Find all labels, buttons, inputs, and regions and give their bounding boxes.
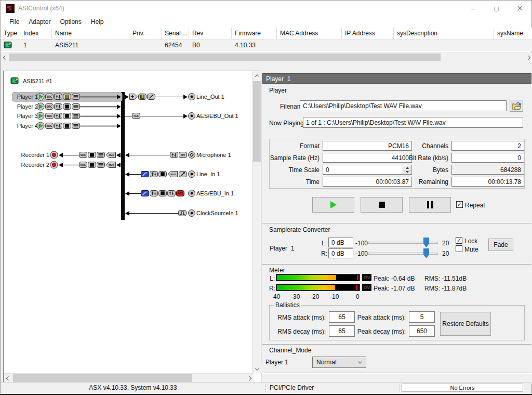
lineout-gain-icon[interactable] bbox=[148, 94, 155, 100]
tree-line-in-1[interactable]: Line_In 1 bbox=[125, 171, 220, 178]
aesin-gaincurve-icon[interactable] bbox=[141, 191, 149, 196]
svg-text:Recorder 2[interactable]: Recorder 2 bbox=[21, 162, 49, 168]
table-hscroll-right-button[interactable] bbox=[524, 53, 532, 62]
aesin-meter-icon[interactable] bbox=[159, 191, 167, 196]
menu-adapter[interactable]: Adapter bbox=[24, 17, 55, 27]
lock-checkbox[interactable]: ✓ bbox=[456, 237, 462, 244]
linein-meter-icon[interactable] bbox=[159, 172, 167, 177]
tree-player-1[interactable]: Player 1 bbox=[12, 93, 122, 101]
clocksource-node-icon[interactable] bbox=[189, 210, 195, 217]
aesout-node-icon[interactable] bbox=[189, 113, 195, 120]
spin-up-button[interactable] bbox=[403, 166, 411, 170]
maximize-button[interactable]: ▢ bbox=[485, 1, 508, 16]
col-ip[interactable]: IP Address bbox=[342, 28, 394, 39]
linein-gain-icon[interactable] bbox=[179, 172, 187, 177]
player1-meter-icon[interactable] bbox=[63, 94, 71, 100]
recorder1-channelmode-icon[interactable] bbox=[97, 152, 105, 158]
recorder1-meter-icon[interactable] bbox=[88, 152, 96, 158]
menu-help[interactable]: Help bbox=[86, 17, 109, 27]
svg-text:Player 2[interactable]: Player 2 bbox=[17, 103, 38, 110]
tree-device-label[interactable]: ASI5211 #1 bbox=[23, 78, 52, 84]
col-priv[interactable]: Priv. bbox=[129, 28, 162, 39]
stop-button[interactable] bbox=[361, 197, 403, 213]
peak-decay-input[interactable]: 650 bbox=[409, 325, 435, 337]
svg-text:Recorder 1[interactable]: Recorder 1 bbox=[21, 152, 49, 158]
svg-text:AES/EBU_In 1[interactable]: AES/EBU_In 1 bbox=[196, 190, 234, 196]
browse-file-button[interactable] bbox=[510, 100, 523, 112]
fade-button[interactable]: Fade bbox=[488, 239, 513, 251]
tree-hscroll-thumb[interactable] bbox=[13, 374, 192, 382]
svg-text:Player 3[interactable]: Player 3 bbox=[17, 113, 38, 119]
svg-text:Microphone 1[interactable]: Microphone 1 bbox=[196, 152, 231, 158]
tree-vscrollbar[interactable] bbox=[252, 71, 261, 373]
svg-text:Line_In 1[interactable]: Line_In 1 bbox=[196, 171, 220, 177]
tree-vscroll-thumb[interactable] bbox=[253, 81, 261, 162]
col-mac[interactable]: MAC Address bbox=[277, 28, 342, 39]
player3-play-icon[interactable] bbox=[37, 112, 44, 120]
recorder2-meter-icon[interactable] bbox=[88, 162, 96, 168]
peak-attack-input[interactable]: 5 bbox=[409, 311, 435, 323]
tree-hscroll-right-button[interactable] bbox=[245, 374, 254, 383]
aesin-volume2-icon[interactable] bbox=[168, 191, 176, 196]
player3-meter-icon[interactable] bbox=[63, 113, 71, 119]
time-scale-spinner[interactable] bbox=[403, 166, 411, 175]
player1-src-icon[interactable] bbox=[46, 94, 54, 100]
col-rev[interactable]: Rev bbox=[189, 28, 232, 39]
col-sysdesc[interactable]: sysDescription bbox=[394, 28, 494, 39]
volume-r-slider-thumb[interactable] bbox=[423, 248, 429, 258]
recorder2-src-icon[interactable] bbox=[79, 162, 87, 168]
linein-gaincurve-icon[interactable] bbox=[141, 172, 149, 177]
tree-aes-in-1[interactable]: AES/EBU_In 1 bbox=[125, 190, 234, 197]
player3-volume-icon[interactable] bbox=[55, 113, 62, 119]
tree-vscroll-down-button[interactable] bbox=[252, 364, 261, 373]
recorder1-src-icon[interactable] bbox=[79, 152, 87, 158]
close-button[interactable]: ✕ bbox=[508, 1, 531, 16]
recorder1-mux-icon[interactable] bbox=[106, 152, 116, 158]
svg-text:ClockSourceIn 1[interactable]: ClockSourceIn 1 bbox=[196, 210, 238, 216]
tree-hscrollbar[interactable] bbox=[4, 373, 254, 382]
col-type[interactable]: Type bbox=[1, 28, 20, 39]
volume-l-slider-thumb[interactable] bbox=[423, 238, 429, 247]
channel-mode-dropdown[interactable]: Normal bbox=[312, 357, 366, 368]
player4-meter-icon[interactable] bbox=[63, 123, 71, 129]
repeat-checkbox[interactable]: ✓ bbox=[456, 201, 463, 208]
tree-microphone-1[interactable]: Microphone 1 bbox=[125, 152, 231, 159]
col-index[interactable]: Index bbox=[20, 28, 52, 39]
pause-button[interactable] bbox=[409, 197, 451, 213]
player1-channelmode-icon[interactable] bbox=[72, 94, 80, 100]
player2-channelmode-icon[interactable] bbox=[72, 104, 80, 110]
player1-play-icon[interactable] bbox=[37, 93, 44, 100]
mic-phantom-icon[interactable] bbox=[179, 152, 187, 158]
lineout-node-icon[interactable] bbox=[189, 94, 195, 100]
tree-device-node[interactable]: ASI5211 #1 bbox=[11, 78, 52, 85]
recorder2-mux-icon[interactable] bbox=[106, 162, 116, 168]
linein-volume-icon[interactable] bbox=[150, 172, 158, 177]
tree-recorder-2[interactable]: Recorder 2 bbox=[21, 161, 121, 168]
tree-player-4[interactable]: Player 4 bbox=[17, 122, 121, 129]
col-serial[interactable]: Serial ... bbox=[162, 28, 189, 39]
spin-down-button[interactable] bbox=[403, 170, 411, 175]
tree-vscroll-up-button[interactable] bbox=[252, 71, 261, 80]
recorder1-record-icon[interactable] bbox=[50, 151, 58, 159]
table-hscrollbar[interactable] bbox=[1, 52, 532, 61]
filename-input[interactable]: C:\Users\Philip\Desktop\Test WAV File.wa… bbox=[300, 100, 507, 111]
linein-mux-icon[interactable] bbox=[168, 172, 178, 177]
player4-play-icon[interactable] bbox=[37, 122, 44, 129]
lineout-mixer-icon[interactable] bbox=[130, 94, 138, 100]
mic-node-icon[interactable] bbox=[189, 152, 195, 159]
time-scale-input[interactable]: 0 bbox=[323, 165, 412, 175]
play-button[interactable] bbox=[312, 197, 354, 213]
recorder2-channelmode-icon[interactable] bbox=[97, 162, 105, 168]
svg-text:Player 4[interactable]: Player 4 bbox=[17, 123, 38, 129]
volume-l-value[interactable]: 0 dB bbox=[328, 238, 353, 247]
player2-volume-icon[interactable] bbox=[55, 104, 62, 110]
tree-hscroll-left-button[interactable] bbox=[4, 374, 12, 383]
tree-clocksource-1[interactable]: ClockSourceIn 1 bbox=[125, 210, 238, 217]
svg-text:Line_Out 1[interactable]: Line_Out 1 bbox=[196, 94, 224, 100]
adapter-row[interactable]: 1 ASI5211 62454 B0 4.10.33 bbox=[1, 40, 532, 51]
menu-options[interactable]: Options bbox=[55, 17, 86, 27]
table-hscroll-thumb[interactable] bbox=[9, 54, 441, 61]
player2-play-icon[interactable] bbox=[37, 103, 44, 110]
svg-text:AES/EBU_Out 1[interactable]: AES/EBU_Out 1 bbox=[196, 113, 238, 119]
svg-text:Player 1[interactable]: Player 1 bbox=[17, 94, 38, 100]
